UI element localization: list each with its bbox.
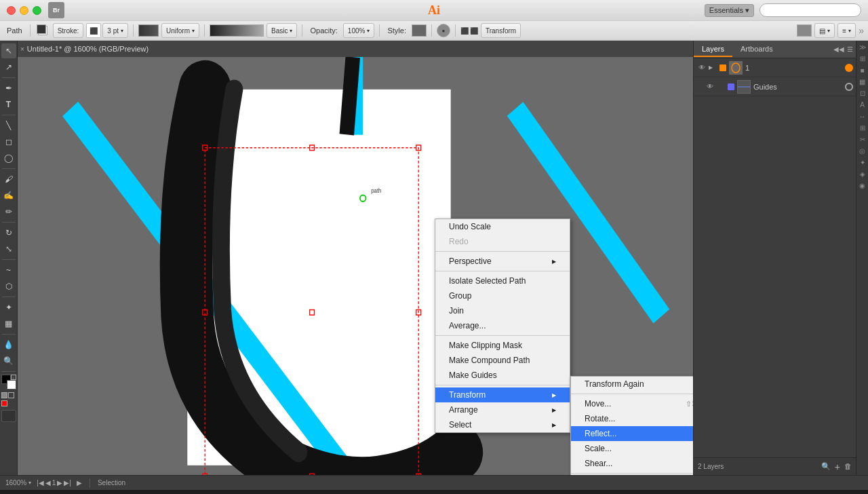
canvas-background[interactable]: path Undo Scale Redo Perspective ▶ Isola… bbox=[18, 57, 693, 475]
view-mode-switcher[interactable] bbox=[1, 392, 16, 407]
style-preview[interactable] bbox=[412, 24, 427, 37]
rotate-tool[interactable]: ↻ bbox=[1, 225, 16, 240]
layer-row-guides[interactable]: 👁 Guides bbox=[694, 77, 856, 96]
transform-button[interactable]: Transform bbox=[481, 23, 521, 38]
tab-close-button[interactable]: × bbox=[20, 45, 24, 53]
panel-menu[interactable]: ☰ bbox=[847, 45, 853, 53]
menu-item-join[interactable]: Join bbox=[435, 303, 570, 318]
maximize-button[interactable] bbox=[33, 6, 41, 15]
menu-item-guides[interactable]: Make Guides bbox=[435, 368, 570, 383]
layer-target-1[interactable] bbox=[845, 64, 853, 72]
menu-item-perspective[interactable]: Perspective ▶ bbox=[435, 254, 570, 269]
menu-item-isolate-path[interactable]: Isolate Selected Path bbox=[435, 273, 570, 288]
layer-color-indicator-1 bbox=[719, 64, 726, 71]
arrange-btn[interactable]: ▤ ▾ bbox=[814, 23, 835, 38]
far-right-icon-7[interactable]: ↔ bbox=[859, 113, 866, 120]
stroke-weight-field[interactable]: ⬛ 3 pt ▾ bbox=[86, 23, 128, 38]
submenu-shear[interactable]: Shear... bbox=[571, 456, 693, 471]
free-transform-tool[interactable]: ⬡ bbox=[1, 279, 16, 294]
bridge-icon[interactable]: Br bbox=[48, 2, 64, 18]
layer-target-guides[interactable] bbox=[845, 83, 853, 91]
next-page-btn[interactable]: ▶ bbox=[57, 479, 62, 487]
play-button[interactable]: ▶ bbox=[77, 479, 82, 487]
submenu-scale[interactable]: Scale... bbox=[571, 441, 693, 456]
basic-selector[interactable]: Basic ▾ bbox=[267, 23, 297, 38]
far-right-icon-10[interactable]: ◎ bbox=[859, 147, 865, 155]
symbol-tool[interactable]: ✦ bbox=[1, 300, 16, 315]
canvas-area[interactable]: × Untitled-1* @ 1600% (RGB/Preview) bbox=[18, 41, 693, 475]
far-right-icon-12[interactable]: ◈ bbox=[860, 170, 865, 178]
collapse-panel-icon[interactable]: » bbox=[859, 25, 864, 36]
far-right-icon-8[interactable]: ⊞ bbox=[860, 124, 865, 132]
screen-mode-btn[interactable] bbox=[1, 410, 16, 422]
submenu-rotate[interactable]: Rotate... bbox=[571, 411, 693, 426]
close-button[interactable] bbox=[7, 6, 16, 15]
locate-layer-btn[interactable]: 🔍 bbox=[821, 462, 831, 472]
menu-item-undo-scale[interactable]: Undo Scale bbox=[435, 219, 570, 234]
pen-tool[interactable]: ✒ bbox=[1, 81, 16, 96]
far-right-icon-5[interactable]: ⊡ bbox=[860, 90, 865, 97]
blob-brush-tool[interactable]: ✍ bbox=[1, 188, 16, 203]
first-page-btn[interactable]: |◀ bbox=[37, 479, 44, 487]
tab-layers[interactable]: Layers bbox=[694, 42, 732, 57]
color-swatches[interactable]: ↕ bbox=[1, 375, 16, 390]
pencil-tool[interactable]: ✏ bbox=[1, 204, 16, 219]
menu-item-clipping-mask[interactable]: Make Clipping Mask bbox=[435, 338, 570, 353]
last-page-btn[interactable]: ▶| bbox=[64, 479, 71, 487]
far-right-icon-2[interactable]: ⊞ bbox=[860, 55, 865, 62]
ellipse-tool[interactable]: ◯ bbox=[1, 151, 16, 166]
new-layer-btn[interactable]: + bbox=[835, 462, 840, 472]
artboard-controls[interactable]: ⬛ ⬛ bbox=[460, 27, 478, 35]
type-tool[interactable]: T bbox=[1, 97, 16, 112]
warp-tool[interactable]: ~ bbox=[1, 263, 16, 278]
stroke-weight-input[interactable]: 3 pt ▾ bbox=[102, 23, 128, 38]
opacity-selector[interactable]: 100% ▾ bbox=[343, 23, 375, 38]
toolbar-separator-3 bbox=[204, 24, 205, 37]
submenu-transform-again[interactable]: Transform Again ⌘D bbox=[571, 377, 693, 392]
minimize-button[interactable] bbox=[20, 6, 28, 15]
search-input[interactable] bbox=[760, 3, 861, 17]
brush-preset[interactable] bbox=[210, 24, 264, 37]
scale-tool[interactable]: ⤡ bbox=[1, 242, 16, 256]
line-tool[interactable]: ╲ bbox=[1, 118, 16, 133]
panel-scroll-left[interactable]: ◀◀ bbox=[833, 45, 844, 53]
far-right-icon-1[interactable]: ≫ bbox=[859, 43, 866, 51]
far-right-icon-4[interactable]: ▦ bbox=[859, 78, 865, 86]
far-right-icon-6[interactable]: A bbox=[860, 101, 865, 109]
context-menu[interactable]: Undo Scale Redo Perspective ▶ Isolate Se… bbox=[435, 218, 570, 433]
tab-artboards[interactable]: Artboards bbox=[732, 42, 781, 57]
prev-page-btn[interactable]: ◀ bbox=[45, 479, 51, 487]
menu-item-transform[interactable]: Transform ▶ bbox=[435, 387, 570, 402]
menu-item-select[interactable]: Select ▶ bbox=[435, 417, 570, 432]
submenu-reflect[interactable]: Reflect... bbox=[571, 426, 693, 441]
layer-expand-1[interactable]: ▶ bbox=[709, 64, 717, 71]
profile-circle[interactable]: ● bbox=[437, 24, 450, 37]
shape-tool[interactable]: ◻ bbox=[1, 134, 16, 149]
eyedropper-tool[interactable]: 💧 bbox=[1, 337, 16, 352]
paintbrush-tool[interactable]: 🖌 bbox=[1, 172, 16, 187]
menu-item-compound-path[interactable]: Make Compound Path bbox=[435, 353, 570, 368]
far-right-icon-9[interactable]: ✂ bbox=[860, 136, 865, 143]
menu-item-arrange[interactable]: Arrange ▶ bbox=[435, 402, 570, 417]
selection-tool[interactable]: ↖ bbox=[1, 43, 16, 58]
layer-visibility-toggle-1[interactable]: 👁 bbox=[696, 62, 707, 73]
stroke-options[interactable]: Stroke: bbox=[53, 23, 84, 38]
layer-row-1[interactable]: 👁 ▶ 1 bbox=[694, 58, 856, 77]
view-options[interactable] bbox=[797, 24, 812, 37]
far-right-icon-11[interactable]: ✦ bbox=[860, 159, 865, 166]
workspace-selector[interactable]: Essentials ▾ bbox=[705, 4, 754, 17]
far-right-icon-13[interactable]: ◉ bbox=[859, 182, 865, 189]
delete-layer-btn[interactable]: 🗑 bbox=[844, 462, 852, 472]
menu-item-average[interactable]: Average... bbox=[435, 318, 570, 333]
layer-visibility-toggle-guides[interactable]: 👁 bbox=[705, 81, 715, 92]
extra-options[interactable]: ≡ ▾ bbox=[837, 23, 856, 38]
chart-tool[interactable]: ▦ bbox=[1, 316, 16, 331]
transform-submenu[interactable]: Transform Again ⌘D Move... ⇧⌘M Rotate...… bbox=[570, 376, 693, 475]
direct-select-tool[interactable]: ↗ bbox=[1, 60, 16, 75]
zoom-tool[interactable]: 🔍 bbox=[1, 354, 16, 368]
stroke-color-swatch[interactable] bbox=[35, 23, 50, 38]
uniform-selector[interactable]: Uniform ▾ bbox=[161, 23, 199, 38]
far-right-icon-3[interactable]: ■ bbox=[860, 66, 864, 74]
menu-item-group[interactable]: Group bbox=[435, 288, 570, 303]
submenu-move[interactable]: Move... ⇧⌘M bbox=[571, 396, 693, 411]
